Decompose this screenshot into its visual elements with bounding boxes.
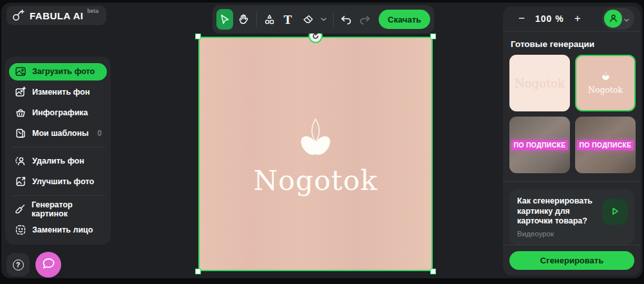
redo-icon	[359, 14, 371, 24]
app-window: FABULA AI beta Nogotok	[1, 3, 643, 278]
download-button[interactable]: Скачать	[379, 10, 430, 29]
sidebar-item-label: Загрузить фото	[32, 67, 95, 76]
sidebar-item-label: Удалить фон	[32, 156, 84, 166]
sidebar-item-image-generator[interactable]: Генератор картинок	[9, 201, 107, 218]
fabula-logo-icon	[12, 9, 26, 22]
subscription-badge: ПО ПОДПИСКЕ	[577, 140, 633, 151]
shapes-icon	[263, 14, 276, 26]
eraser-tool-button[interactable]	[298, 9, 319, 30]
generations-title: Готовые генерации	[503, 31, 641, 55]
zoom-controls: − 100 % +	[503, 6, 641, 31]
upload-photo-icon	[14, 66, 26, 77]
chevron-down-icon	[624, 13, 629, 24]
undo-icon	[340, 14, 352, 24]
resize-handle-bottom-left[interactable]	[195, 269, 201, 274]
text-tool-icon: T	[284, 14, 292, 26]
resize-handle-top-left[interactable]	[195, 33, 201, 39]
play-video-button[interactable]	[602, 199, 628, 225]
shapes-tool-button[interactable]	[261, 9, 278, 30]
sidebar-item-label: Изменить фон	[32, 88, 90, 97]
chat-support-button[interactable]	[35, 252, 61, 278]
generations-grid: Nogotok Nogotok ПО ПОДПИСКЕ ПО ПОДПИСКЕ	[503, 55, 641, 173]
eraser-options-button[interactable]	[319, 9, 328, 30]
chevron-down-icon	[321, 17, 327, 21]
sidebar-divider	[12, 195, 104, 196]
chat-bubble-icon	[42, 258, 55, 272]
generation-thumb-4-locked[interactable]: ПО ПОДПИСКЕ	[575, 117, 636, 173]
remove-background-icon	[14, 155, 26, 167]
sidebar-item-label: Генератор картинок	[32, 200, 102, 218]
hand-icon	[238, 14, 249, 25]
resize-handle-bottom-right[interactable]	[430, 269, 436, 274]
generation-thumb-3-locked[interactable]: ПО ПОДПИСКЕ	[509, 117, 570, 173]
generate-section: Сгенерировать	[503, 245, 641, 276]
sidebar: Загрузить фото Изменить фон Инфографик	[5, 57, 111, 245]
sidebar-item-change-background[interactable]: Изменить фон	[9, 84, 107, 101]
video-tutorial-subtitle: Видеоурок	[517, 230, 597, 238]
zoom-out-button[interactable]: −	[516, 12, 527, 25]
video-tutorial-title: Как сгенерировать картинку для карточки …	[517, 196, 597, 227]
generation-thumb-1[interactable]: Nogotok	[509, 55, 570, 111]
cursor-icon	[219, 14, 231, 25]
face-icon	[14, 224, 26, 236]
brand-logo-mark-icon	[294, 118, 337, 160]
templates-count-badge: 0	[97, 129, 102, 138]
generation-thumb-2-selected[interactable]: Nogotok	[575, 55, 636, 111]
brand-logo-text: Nogotok	[253, 164, 377, 196]
canvas-toolbar: T	[213, 5, 434, 33]
hand-tool-button[interactable]	[235, 9, 252, 30]
sidebar-item-replace-face[interactable]: Заменить лицо	[9, 222, 107, 239]
help-button[interactable]: ?	[6, 253, 30, 276]
sidebar-item-label: Инфографика	[32, 108, 88, 117]
subscription-badge: ПО ПОДПИСКЕ	[511, 140, 567, 151]
play-icon	[610, 206, 620, 218]
video-tutorial-card[interactable]: Как сгенерировать картинку для карточки …	[509, 189, 634, 245]
sidebar-item-upload-photo[interactable]: Загрузить фото	[9, 63, 107, 80]
resize-handle-top-right[interactable]	[430, 33, 436, 39]
account-menu[interactable]	[602, 8, 634, 30]
beta-badge: beta	[87, 8, 98, 14]
zoom-level: 100 %	[535, 14, 564, 24]
avatar	[604, 10, 622, 28]
app-title: FABULA AI	[30, 10, 83, 21]
toolbar-divider	[333, 12, 334, 27]
panel-divider	[503, 181, 641, 182]
eraser-icon	[302, 14, 314, 26]
zoom-in-button[interactable]: +	[572, 12, 583, 25]
sidebar-item-label: Заменить лицо	[32, 225, 93, 234]
sidebar-item-infographics[interactable]: Инфографика	[9, 104, 107, 122]
sidebar-item-enhance-photo[interactable]: Улучшить фото	[9, 173, 107, 191]
enhance-photo-icon	[14, 176, 26, 187]
toolbar-divider	[256, 12, 257, 27]
sidebar-item-my-templates[interactable]: Мои шаблоны 0	[9, 125, 107, 142]
question-icon: ?	[13, 260, 24, 270]
undo-button[interactable]	[338, 9, 355, 30]
select-tool-button[interactable]	[216, 9, 233, 30]
thumb-brand-text: Nogotok	[515, 77, 565, 90]
redo-button[interactable]	[356, 9, 373, 30]
canvas-selection: Nogotok	[198, 37, 433, 271]
templates-icon	[14, 128, 26, 139]
sidebar-item-label: Улучшить фото	[32, 177, 94, 186]
fabula-logo[interactable]: FABULA AI beta	[6, 6, 106, 25]
brand-logo-mark-icon	[600, 71, 611, 84]
right-panel: − 100 % + Готовые генерации Nogotok	[503, 6, 641, 276]
change-background-icon	[14, 86, 26, 98]
sidebar-item-remove-background[interactable]: Удалить фон	[9, 153, 107, 170]
sidebar-divider	[12, 147, 104, 147]
generate-button[interactable]: Сгенерировать	[509, 251, 634, 270]
canvas-image[interactable]: Nogotok	[198, 37, 433, 271]
paintbrush-icon	[14, 204, 26, 215]
sidebar-item-label: Мои шаблоны	[32, 129, 89, 138]
thumb-brand-text: Nogotok	[588, 85, 623, 95]
text-tool-button[interactable]: T	[279, 9, 296, 30]
basket-icon	[14, 107, 26, 118]
